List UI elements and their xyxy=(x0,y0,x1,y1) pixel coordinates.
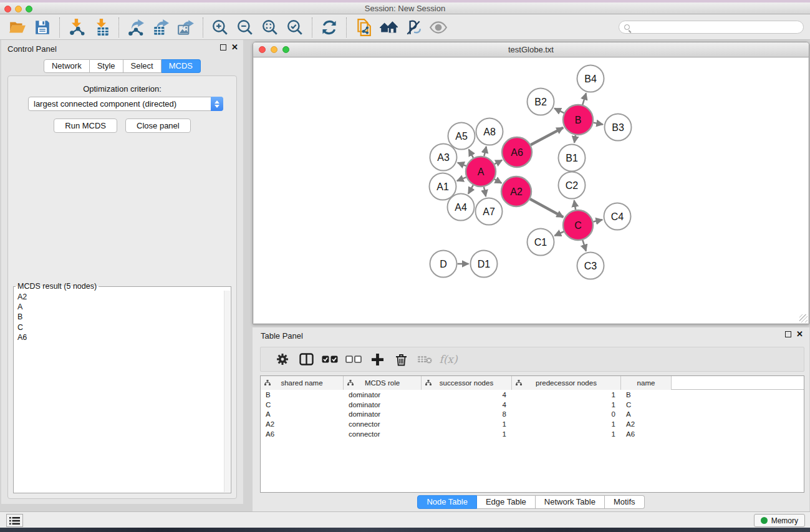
zoom-fit-button[interactable] xyxy=(258,17,282,38)
column-header-name[interactable]: name xyxy=(621,376,672,390)
table-cell[interactable]: 1 xyxy=(512,391,621,399)
table-cell[interactable]: A xyxy=(621,410,672,418)
tab-network[interactable]: Network xyxy=(44,59,90,73)
table-cell[interactable]: 1 xyxy=(512,420,621,428)
table-cell[interactable]: A6 xyxy=(261,430,344,438)
import-table-button[interactable] xyxy=(89,17,114,38)
mcds-result-item[interactable]: A2 xyxy=(17,292,224,302)
table-tab-node-table[interactable]: Node Table xyxy=(417,495,477,509)
mcds-result-scrollbar[interactable] xyxy=(224,291,230,492)
table-cell[interactable]: A2 xyxy=(261,420,344,428)
edge-A6-B[interactable] xyxy=(531,128,563,145)
table-cell[interactable]: B xyxy=(261,391,344,399)
zoom-in-button[interactable] xyxy=(208,17,233,38)
mcds-result-item[interactable]: A6 xyxy=(17,332,224,342)
edge-A2-C[interactable] xyxy=(530,199,563,217)
table-cell[interactable]: B xyxy=(621,391,672,399)
edge-A-A2[interactable] xyxy=(494,179,502,183)
memory-button[interactable]: Memory xyxy=(754,514,805,527)
table-row[interactable]: A6connector11A6 xyxy=(261,429,804,439)
table-tab-network-table[interactable]: Network Table xyxy=(536,495,605,509)
mcds-result-item[interactable]: A xyxy=(17,302,224,312)
edge-B-B1[interactable] xyxy=(574,135,576,143)
edge-B-B3[interactable] xyxy=(594,123,603,125)
table-cell[interactable]: 1 xyxy=(512,401,621,409)
show-panel-button[interactable] xyxy=(426,17,451,38)
table-tab-motifs[interactable]: Motifs xyxy=(605,495,645,509)
mcds-result-item[interactable]: C xyxy=(17,322,224,332)
run-mcds-button[interactable]: Run MCDS xyxy=(54,118,117,133)
task-history-button[interactable] xyxy=(6,514,23,527)
edge-A-A8[interactable] xyxy=(484,147,486,157)
table-cell[interactable]: 0 xyxy=(512,410,621,418)
network-canvas[interactable]: B4B2BB3A5A8A6A3B1AA1C2A2A4A7CC4C1C3DD1 xyxy=(254,58,808,323)
open-file-button[interactable] xyxy=(5,17,30,38)
edge-A-A6[interactable] xyxy=(494,160,502,164)
zoom-out-button[interactable] xyxy=(233,17,258,38)
apply-function-button[interactable]: f(x) xyxy=(436,349,460,369)
table-cell[interactable]: 4 xyxy=(422,391,512,399)
edge-A-A7[interactable] xyxy=(484,186,486,196)
refresh-button[interactable] xyxy=(317,17,342,38)
edge-A-A3[interactable] xyxy=(458,163,466,166)
export-image-button[interactable] xyxy=(173,17,198,38)
criterion-select[interactable]: largest connected component (directed) xyxy=(28,97,223,111)
close-panel-button[interactable]: Close panel xyxy=(125,118,191,133)
table-cell[interactable]: dominator xyxy=(344,401,422,409)
split-columns-button[interactable] xyxy=(294,349,318,369)
table-row[interactable]: A2connector11A2 xyxy=(261,419,804,429)
edge-C-C2[interactable] xyxy=(574,200,576,210)
edge-C-C3[interactable] xyxy=(582,240,586,251)
hide-panels-button[interactable] xyxy=(401,17,426,38)
export-network-button[interactable] xyxy=(123,17,148,38)
table-cell[interactable]: 8 xyxy=(422,410,512,418)
resize-grip[interactable] xyxy=(799,314,808,322)
import-network-button[interactable] xyxy=(64,17,89,38)
save-session-button[interactable] xyxy=(30,17,55,38)
column-header-predecessor-nodes[interactable]: predecessor nodes xyxy=(512,376,621,390)
table-cell[interactable]: dominator xyxy=(344,410,422,418)
table-cell[interactable]: C xyxy=(261,401,344,409)
table-cell[interactable]: dominator xyxy=(344,391,422,399)
add-column-button[interactable] xyxy=(365,349,389,369)
table-cell[interactable]: A xyxy=(261,410,344,418)
table-cell[interactable]: 1 xyxy=(422,420,512,428)
table-cell[interactable]: A6 xyxy=(621,430,672,438)
zoom-selected-button[interactable] xyxy=(282,17,307,38)
edge-A-A4[interactable] xyxy=(468,185,473,194)
edge-B-B2[interactable] xyxy=(554,109,564,113)
column-header-successor-nodes[interactable]: successor nodes xyxy=(422,376,512,390)
mcds-result-item[interactable]: B xyxy=(17,312,224,322)
table-cell[interactable]: C xyxy=(621,401,672,409)
close-table-panel-icon[interactable]: ✕ xyxy=(796,331,803,337)
export-table-button[interactable] xyxy=(148,17,173,38)
delete-column-button[interactable] xyxy=(389,349,413,369)
tab-style[interactable]: Style xyxy=(90,59,123,73)
edge-A-A5[interactable] xyxy=(469,150,473,158)
table-row[interactable]: Adominator80A xyxy=(261,410,804,420)
table-cell[interactable]: 1 xyxy=(422,430,512,438)
search-input[interactable] xyxy=(634,23,798,32)
close-panel-icon[interactable]: ✕ xyxy=(231,44,238,51)
select-all-button[interactable] xyxy=(318,349,342,369)
edge-C-C1[interactable] xyxy=(554,231,564,236)
home-button[interactable] xyxy=(376,17,401,38)
edge-C-C4[interactable] xyxy=(593,220,602,221)
duplicate-network-button[interactable] xyxy=(351,17,376,38)
table-cell[interactable]: connector xyxy=(344,420,422,428)
delete-table-button[interactable] xyxy=(413,349,436,369)
table-cell[interactable]: connector xyxy=(344,430,422,438)
float-panel-icon[interactable] xyxy=(220,44,226,51)
table-tab-edge-table[interactable]: Edge Table xyxy=(477,495,536,509)
table-cell[interactable]: 4 xyxy=(422,401,512,409)
edge-B-B4[interactable] xyxy=(582,93,586,105)
table-settings-button[interactable] xyxy=(271,349,294,369)
column-header-shared-name[interactable]: shared name xyxy=(261,376,344,390)
float-table-panel-icon[interactable] xyxy=(785,331,791,337)
deselect-all-button[interactable] xyxy=(342,349,365,369)
table-cell[interactable]: 1 xyxy=(512,430,621,438)
column-header-mcds-role[interactable]: MCDS role xyxy=(344,376,422,390)
table-row[interactable]: Cdominator41C xyxy=(261,400,804,410)
network-window-titlebar[interactable]: testGlobe.txt xyxy=(253,42,809,57)
table-row[interactable]: Bdominator41B xyxy=(261,390,804,400)
